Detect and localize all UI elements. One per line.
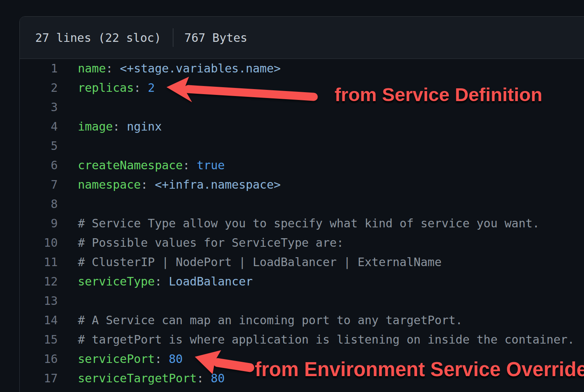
line-number[interactable]: 17 (20, 369, 58, 388)
code-line-text (58, 136, 78, 156)
line-number[interactable]: 7 (20, 175, 58, 194)
code-line: 13 (20, 291, 584, 311)
file-lines-info: 27 lines (22 sloc) (35, 31, 161, 45)
line-number[interactable]: 10 (20, 233, 58, 253)
line-number[interactable]: 8 (20, 194, 58, 214)
code-line-text: # Possible values for ServiceType are: (58, 233, 344, 253)
code-line: 4image: nginx (20, 117, 584, 136)
line-number[interactable]: 15 (20, 330, 58, 349)
code-line-text (58, 98, 78, 117)
file-size-info: 767 Bytes (184, 31, 247, 45)
code-line: 14# A Service can map an incoming port t… (20, 311, 584, 330)
annotation-environment-override: from Environment Service Override (255, 358, 584, 381)
line-number[interactable]: 14 (20, 311, 58, 330)
code-line: 5 (20, 136, 584, 156)
code-line-text: servicePort: 80 (58, 349, 183, 369)
code-line-text: serviceTargetPort: 80 (58, 369, 225, 388)
line-number[interactable]: 9 (20, 214, 58, 233)
code-line-text: # targetPort is where application is lis… (58, 330, 574, 349)
code-line: 9# Service Type allow you to specify wha… (20, 214, 584, 233)
code-line: 15# targetPort is where application is l… (20, 330, 584, 349)
code-line: 7namespace: <+infra.namespace> (20, 175, 584, 194)
line-number[interactable]: 13 (20, 291, 58, 311)
code-line-text: namespace: <+infra.namespace> (58, 175, 281, 194)
code-line-text: # A Service can map an incoming port to … (58, 311, 462, 330)
annotation-service-definition: from Service Definition (335, 84, 542, 105)
code-lines: 1name: <+stage.variables.name>2replicas:… (20, 59, 584, 388)
code-line-text: image: nginx (58, 117, 162, 136)
line-number[interactable]: 2 (20, 78, 58, 98)
code-line-text: createNamespace: true (58, 156, 225, 175)
line-number[interactable]: 4 (20, 117, 58, 136)
code-line-text (58, 291, 78, 311)
line-number[interactable]: 12 (20, 272, 58, 291)
line-number[interactable]: 11 (20, 253, 58, 272)
code-line: 10# Possible values for ServiceType are: (20, 233, 584, 253)
code-line: 6createNamespace: true (20, 156, 584, 175)
file-viewer-panel: 27 lines (22 sloc) 767 Bytes 1name: <+st… (19, 16, 584, 392)
code-line: 12serviceType: LoadBalancer (20, 272, 584, 291)
code-line: 1name: <+stage.variables.name> (20, 59, 584, 78)
code-line: 8 (20, 194, 584, 214)
line-number[interactable]: 6 (20, 156, 58, 175)
code-line-text: replicas: 2 (58, 78, 155, 98)
code-line: 11# ClusterIP | NodePort | LoadBalancer … (20, 253, 584, 272)
line-number[interactable]: 16 (20, 349, 58, 369)
line-number[interactable]: 3 (20, 98, 58, 117)
line-number[interactable]: 5 (20, 136, 58, 156)
line-number[interactable]: 1 (20, 59, 58, 78)
code-line-text: serviceType: LoadBalancer (58, 272, 253, 291)
code-line-text (58, 194, 78, 214)
code-line-text: # Service Type allow you to specify what… (58, 214, 539, 233)
file-header-bar: 27 lines (22 sloc) 767 Bytes (20, 17, 584, 59)
code-line-text: name: <+stage.variables.name> (58, 59, 281, 78)
header-divider (173, 28, 173, 47)
code-line-text: # ClusterIP | NodePort | LoadBalancer | … (58, 253, 441, 272)
